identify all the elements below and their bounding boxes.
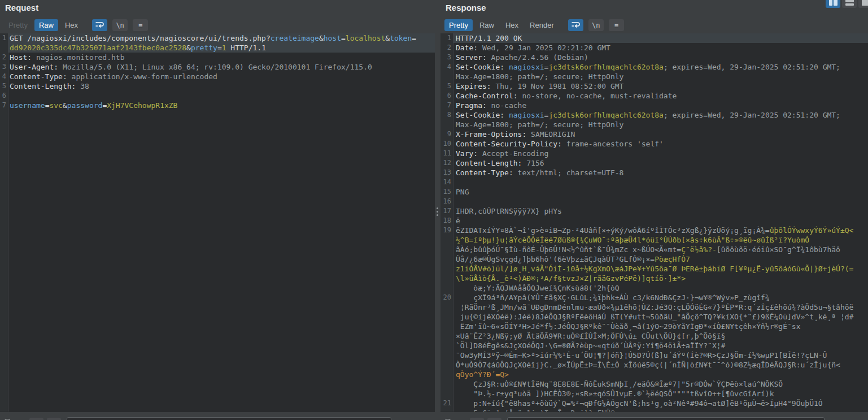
response-panel-title: Response xyxy=(446,3,486,12)
search-next-button[interactable]: > xyxy=(47,418,61,420)
code-text: IHDR,cûÚPtRNSÿÿÿ7X} pHYs xyxy=(453,206,868,216)
line-number: 14 xyxy=(440,177,453,187)
splitter-grip-icon xyxy=(437,207,438,216)
request-search-bar: ? ⚙ < > 0 matches xyxy=(0,412,435,420)
tab-response-hex[interactable]: Hex xyxy=(501,19,523,31)
code-text: òæ;Y:ÄQJWAååÔQJweí¾ÇnKsùá8('2h{òQ xyxy=(453,283,868,293)
code-line: 15PNG xyxy=(440,187,868,197)
code-text: ju{©íjêXOéë):Jéë)8JéÔQJ§RºFêèôHáÚ ßT(Y#u… xyxy=(453,312,868,322)
code-line: qÒyo^Ý?Ð´=Q> xyxy=(440,370,868,379)
search-previous-button[interactable]: < xyxy=(470,418,484,420)
layout-top-bottom-button[interactable] xyxy=(842,0,857,8)
code-line: 10Content-Security-Policy: frame-ancesto… xyxy=(440,139,868,149)
response-search-bar: ? ⚙ < > 0 matches xyxy=(440,412,868,420)
line-number: 18 xyxy=(440,216,453,226)
search-next-button[interactable]: > xyxy=(487,418,501,420)
code-text: ×Uâ¨ÊZ²3¿Nßÿ;yØ_ÄtäÕÃ9¥R:uÒ®£ÍÚÎ×M;ÖFÚ\ú… xyxy=(453,331,868,341)
request-search-input[interactable] xyxy=(67,417,391,420)
response-tab-row: Pretty Raw Hex Render \n ≡ xyxy=(444,19,624,32)
tab-response-render[interactable]: Render xyxy=(525,19,559,31)
line-number: 9 xyxy=(440,129,453,139)
code-text: p:N÷íú{"ë8hasª+õùüý`Q=%²¬qÐfG¼ÀÓgcN'ß;hs… xyxy=(453,399,868,408)
show-newlines-button[interactable]: \n xyxy=(588,19,604,31)
code-line: dd92020c335dc47b325071aaf2143fbec0ac2528… xyxy=(0,43,435,53)
code-text: Date: Wed, 29 Jan 2025 02:21:20 GMT xyxy=(453,43,868,53)
menu-icon: ≡ xyxy=(138,21,142,29)
response-editor[interactable]: 1HTTP/1.1 200 OK2Date: Wed, 29 Jan 2025 … xyxy=(440,33,868,412)
line-number xyxy=(440,245,453,254)
code-text: User-Agent: Mozilla/5.0 (X11; Linux x86_… xyxy=(8,62,435,72)
code-text: Content-Type: application/x-www-form-url… xyxy=(8,72,435,81)
code-text: Set-Cookie: nagiosxi=jc3dtsk6orfhlmqachl… xyxy=(453,110,868,120)
code-line: 21 p:N÷íú{"ë8hasª+õùüý`Q=%²¬qÐfG¼ÀÓgcN'ß… xyxy=(440,399,868,408)
code-line: 17IHDR,cûÚPtRNSÿÿÿ7X} pHYs xyxy=(440,206,868,216)
code-text: ¦RãÖnr³ß¸JMn/wã¯UÐgDnmDénlmu·æaÚð«¾µ1êhõ… xyxy=(453,302,868,312)
code-text: Content-Security-Policy: frame-ancestors… xyxy=(453,139,868,149)
code-line: 6Cache-Control: no-store, no-cache, must… xyxy=(440,91,868,101)
line-number xyxy=(440,322,453,331)
code-line: 7username=svc&password=XjH7VCehowpR1xZB xyxy=(0,101,435,110)
line-number xyxy=(440,331,453,341)
code-text: Cache-Control: no-store, no-cache, must-… xyxy=(453,91,868,101)
request-panel-title: Request xyxy=(5,3,38,12)
word-wrap-icon xyxy=(571,21,581,29)
layout-side-by-side-button[interactable] xyxy=(826,0,840,8)
code-text: `Öl]D8éÈgês&JçXOéÔQJ·\G=®ØÃ?èùp~«qtúõ´ÙÂ… xyxy=(453,341,868,350)
code-text: Max-Age=1800; path=/; secure; HttpOnly xyxy=(453,72,868,81)
tab-response-raw[interactable]: Raw xyxy=(475,19,499,31)
code-line: Ùå/¿6æ®ÙgSvçgd¿]þb6hô'(6èVþz±äÇJqàÙT³GLf… xyxy=(440,254,868,264)
code-text: ãÀó;bûûþóÚ¯§Ïù-ñôÉ-Ûþ6Û!N<½^ûñt`ß¯Û¾mZc … xyxy=(453,245,868,254)
code-text xyxy=(453,177,868,187)
panel-splitter[interactable] xyxy=(435,0,440,420)
code-text: Ùå/¿6æ®ÙgSvçgd¿]þb6hô'(6èVþz±äÇJqàÙT³GLf… xyxy=(453,254,868,264)
layout-single-button[interactable] xyxy=(858,0,868,8)
search-previous-button[interactable]: < xyxy=(29,418,43,420)
code-line: 4Set-Cookie: nagiosxi=jc3dtsk6orfhlmqach… xyxy=(440,62,868,72)
word-wrap-toggle-button[interactable] xyxy=(92,19,107,31)
code-line: òæ;Y:ÄQJWAååÔQJweí¾ÇnKsùá8('2h{òQ xyxy=(440,283,868,293)
line-number: 1 xyxy=(440,33,453,43)
code-line: Ò*uÒ9Ö7¢áûÔQJçXOéîj}C._ø×ÏÚpË±Þ=Î\È±Ò xÎ… xyxy=(440,360,868,370)
tab-request-pretty[interactable]: Pretty xyxy=(4,19,32,31)
code-text: Content-Type: text/html; charset=UTF-8 xyxy=(453,168,868,177)
code-text: ëZIDATxíÝY¤8À`¬î'g>è¤iB¬Zp·²4Uâñ[×÷ýKý/w… xyxy=(453,226,868,235)
editor-menu-button[interactable]: ≡ xyxy=(133,19,148,31)
code-text: dd92020c335dc47b325071aaf2143fbec0ac2528… xyxy=(8,43,435,53)
code-text: ë xyxy=(453,216,868,226)
newline-icon: \n xyxy=(592,21,600,29)
word-wrap-toggle-button[interactable] xyxy=(568,19,583,31)
line-number xyxy=(440,72,453,81)
code-text: Vary: Accept-Encoding xyxy=(453,149,868,158)
word-wrap-icon xyxy=(95,21,104,29)
line-number: 2 xyxy=(0,53,8,62)
code-text: Content-Length: 38 xyxy=(8,81,435,91)
code-line: 6 xyxy=(0,91,435,101)
tab-response-pretty[interactable]: Pretty xyxy=(444,19,473,31)
code-text: z1iÓÅV#ö)ül/]ø¸H¸váÃ"ÓiÍ-ì0å+½KgXmO\æáJP… xyxy=(453,264,868,274)
line-number: 6 xyxy=(440,91,453,101)
code-line: 1GET /nagiosxi/includes/components/nagio… xyxy=(0,33,435,43)
code-text: Max-Age=1800; path=/; secure; HttpOnly xyxy=(453,120,868,129)
code-text: ¨Ow3yMÍ3ºÿ~®Ém~K>ª>iúr¼%¹É-u´ÕU¦¶?|óñ}¦Ú… xyxy=(453,350,868,360)
line-number: 15 xyxy=(440,187,453,197)
tab-request-hex[interactable]: Hex xyxy=(60,19,82,31)
show-newlines-button[interactable]: \n xyxy=(112,19,128,31)
line-number: 17 xyxy=(440,206,453,216)
line-number: 4 xyxy=(440,62,453,72)
menu-icon: ≡ xyxy=(614,21,618,29)
code-line: 1HTTP/1.1 200 OK xyxy=(440,33,868,43)
code-line: 8Set-Cookie: nagiosxi=jc3dtsk6orfhlmqach… xyxy=(440,110,868,120)
code-text: Set-Cookie: nagiosxi=jc3dtsk6orfhlmqachl… xyxy=(453,62,868,72)
line-number xyxy=(440,360,453,370)
code-line: 7Pragma: no-cache xyxy=(440,101,868,110)
line-number: 3 xyxy=(0,62,8,72)
tab-request-raw[interactable]: Raw xyxy=(34,19,58,31)
editor-menu-button[interactable]: ≡ xyxy=(609,19,624,31)
single-pane-layout-icon xyxy=(862,0,868,6)
response-search-input[interactable] xyxy=(507,417,824,420)
request-editor[interactable]: 1GET /nagiosxi/includes/components/nagio… xyxy=(0,33,435,412)
code-text: Content-Length: 7156 xyxy=(453,158,868,168)
line-number: 11 xyxy=(440,149,453,158)
code-line: 14 xyxy=(440,177,868,187)
line-number xyxy=(440,379,453,389)
